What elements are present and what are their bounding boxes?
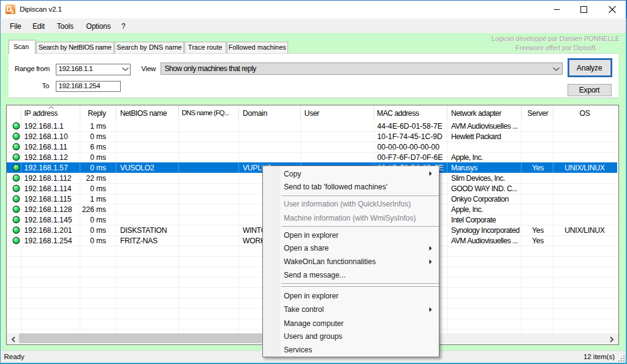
svg-text:s: s [10,8,14,14]
